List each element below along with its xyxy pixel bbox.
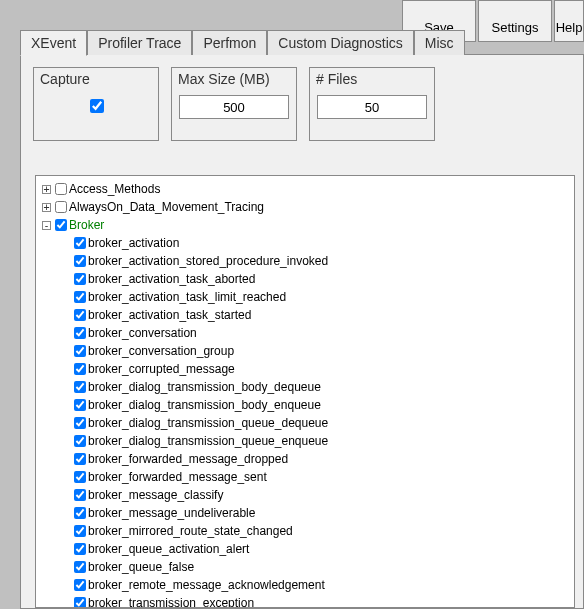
tree-label[interactable]: broker_forwarded_message_dropped: [88, 450, 288, 468]
tree-checkbox[interactable]: [74, 507, 86, 519]
tree-row: broker_activation: [74, 234, 572, 252]
capture-box: Capture: [33, 67, 159, 141]
tree-label[interactable]: broker_mirrored_route_state_changed: [88, 522, 293, 540]
tree-row: broker_dialog_transmission_body_enqueue: [74, 396, 572, 414]
tree-label[interactable]: broker_message_classify: [88, 486, 223, 504]
main-panel: XEventProfiler TracePerfmonCustom Diagno…: [20, 54, 584, 609]
tree-label[interactable]: broker_forwarded_message_sent: [88, 468, 267, 486]
tree-checkbox[interactable]: [74, 237, 86, 249]
tree-row: broker_activation_task_aborted: [74, 270, 572, 288]
files-input[interactable]: [317, 95, 427, 119]
tab-custom-diagnostics[interactable]: Custom Diagnostics: [267, 30, 414, 55]
files-box: # Files: [309, 67, 435, 141]
tree-checkbox[interactable]: [74, 363, 86, 375]
tree-checkbox[interactable]: [74, 561, 86, 573]
tree-checkbox[interactable]: [74, 471, 86, 483]
max-size-box: Max Size (MB): [171, 67, 297, 141]
tree-checkbox[interactable]: [74, 291, 86, 303]
tab-xevent[interactable]: XEvent: [20, 30, 87, 56]
tree-checkbox[interactable]: [74, 525, 86, 537]
tab-strip: XEventProfiler TracePerfmonCustom Diagno…: [20, 30, 465, 55]
tree-row: broker_remote_message_acknowledgement: [74, 576, 572, 594]
tree-label[interactable]: broker_queue_false: [88, 558, 194, 576]
tree-row: +Access_Methods: [42, 180, 572, 198]
tree-checkbox[interactable]: [74, 381, 86, 393]
tree-row: broker_dialog_transmission_body_dequeue: [74, 378, 572, 396]
tree-checkbox[interactable]: [74, 327, 86, 339]
config-row: Capture Max Size (MB) # Files: [21, 55, 583, 153]
tree-checkbox[interactable]: [74, 417, 86, 429]
tree-checkbox[interactable]: [74, 543, 86, 555]
tree-row: broker_forwarded_message_dropped: [74, 450, 572, 468]
tree-checkbox[interactable]: [74, 453, 86, 465]
tree-checkbox[interactable]: [74, 345, 86, 357]
max-size-label: Max Size (MB): [178, 71, 290, 87]
tab-misc[interactable]: Misc: [414, 30, 465, 55]
files-label: # Files: [316, 71, 428, 87]
tree-row: broker_message_classify: [74, 486, 572, 504]
tree-label[interactable]: broker_activation_task_aborted: [88, 270, 255, 288]
help-button[interactable]: Help: [554, 0, 584, 42]
tree-row: broker_forwarded_message_sent: [74, 468, 572, 486]
tree-label[interactable]: Access_Methods: [69, 180, 160, 198]
tree-checkbox[interactable]: [74, 399, 86, 411]
tree-label[interactable]: broker_dialog_transmission_body_enqueue: [88, 396, 321, 414]
tree-label[interactable]: broker_message_undeliverable: [88, 504, 255, 522]
capture-checkbox[interactable]: [90, 99, 104, 113]
tree-row: broker_conversation_group: [74, 342, 572, 360]
tree-checkbox[interactable]: [74, 435, 86, 447]
tree-label[interactable]: broker_dialog_transmission_queue_dequeue: [88, 414, 328, 432]
tree-row: broker_mirrored_route_state_changed: [74, 522, 572, 540]
tree-label[interactable]: broker_queue_activation_alert: [88, 540, 249, 558]
tree-label[interactable]: broker_activation: [88, 234, 179, 252]
tree-label[interactable]: broker_transmission_exception: [88, 594, 254, 608]
tree-label[interactable]: AlwaysOn_Data_Movement_Tracing: [69, 198, 264, 216]
tree-row: broker_conversation: [74, 324, 572, 342]
tree-label[interactable]: broker_remote_message_acknowledgement: [88, 576, 325, 594]
collapse-icon[interactable]: -: [42, 221, 51, 230]
tree-label[interactable]: broker_activation_task_started: [88, 306, 251, 324]
capture-label: Capture: [40, 71, 152, 87]
tree-label[interactable]: broker_corrupted_message: [88, 360, 235, 378]
tree-checkbox[interactable]: [74, 579, 86, 591]
tree-checkbox[interactable]: [74, 597, 86, 608]
tree-label[interactable]: broker_activation_stored_procedure_invok…: [88, 252, 328, 270]
tree-row: broker_corrupted_message: [74, 360, 572, 378]
max-size-input[interactable]: [179, 95, 289, 119]
tree-checkbox[interactable]: [74, 255, 86, 267]
tree-row: broker_activation_stored_procedure_invok…: [74, 252, 572, 270]
tree-checkbox[interactable]: [55, 219, 67, 231]
tab-perfmon[interactable]: Perfmon: [192, 30, 267, 55]
tree-row: broker_message_undeliverable: [74, 504, 572, 522]
tree-checkbox[interactable]: [74, 309, 86, 321]
tree-label[interactable]: broker_dialog_transmission_body_dequeue: [88, 378, 321, 396]
tree-row: broker_queue_false: [74, 558, 572, 576]
tree-label[interactable]: broker_dialog_transmission_queue_enqueue: [88, 432, 328, 450]
tree-row: broker_dialog_transmission_queue_dequeue: [74, 414, 572, 432]
tree-label[interactable]: broker_conversation: [88, 324, 197, 342]
tree-row: broker_dialog_transmission_queue_enqueue: [74, 432, 572, 450]
settings-button[interactable]: Settings: [478, 0, 552, 42]
tree-row: broker_queue_activation_alert: [74, 540, 572, 558]
tree-row: broker_transmission_exception: [74, 594, 572, 608]
tree-checkbox[interactable]: [74, 489, 86, 501]
expand-icon[interactable]: +: [42, 203, 51, 212]
tree-label[interactable]: broker_conversation_group: [88, 342, 234, 360]
tree-label[interactable]: broker_activation_task_limit_reached: [88, 288, 286, 306]
tree-row: broker_activation_task_limit_reached: [74, 288, 572, 306]
tree-row: -Broker: [42, 216, 572, 234]
tree-row: +AlwaysOn_Data_Movement_Tracing: [42, 198, 572, 216]
tree-checkbox[interactable]: [55, 201, 67, 213]
tree-checkbox[interactable]: [55, 183, 67, 195]
tree-label[interactable]: Broker: [69, 216, 104, 234]
expand-icon[interactable]: +: [42, 185, 51, 194]
event-tree[interactable]: +Access_Methods+AlwaysOn_Data_Movement_T…: [35, 175, 575, 608]
tree-row: broker_activation_task_started: [74, 306, 572, 324]
tab-profiler-trace[interactable]: Profiler Trace: [87, 30, 192, 55]
tree-checkbox[interactable]: [74, 273, 86, 285]
